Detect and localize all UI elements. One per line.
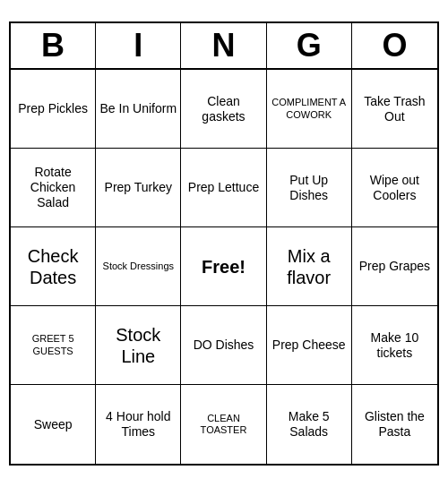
- bingo-cell-23[interactable]: Make 5 Salads: [267, 385, 352, 464]
- bingo-letter-b: B: [11, 23, 96, 68]
- bingo-cell-19[interactable]: Make 10 tickets: [352, 306, 437, 385]
- bingo-cell-14[interactable]: Prep Grapes: [352, 227, 437, 306]
- bingo-cell-6[interactable]: Prep Turkey: [96, 149, 181, 227]
- bingo-cell-3[interactable]: COMPLIMENT A COWORK: [267, 70, 352, 149]
- bingo-cell-17[interactable]: DO Dishes: [181, 306, 266, 385]
- bingo-cell-13[interactable]: Mix a flavor: [267, 227, 352, 306]
- bingo-letter-n: N: [181, 23, 266, 68]
- bingo-cell-2[interactable]: Clean gaskets: [181, 70, 266, 149]
- bingo-letter-g: G: [267, 23, 352, 68]
- bingo-cell-24[interactable]: Glisten the Pasta: [352, 385, 437, 464]
- bingo-cell-1[interactable]: Be In Uniform: [96, 70, 181, 149]
- bingo-cell-22[interactable]: CLEAN TOASTER: [181, 385, 266, 464]
- bingo-grid: Prep PicklesBe In UniformClean gasketsCO…: [11, 70, 437, 464]
- bingo-cell-0[interactable]: Prep Pickles: [11, 70, 96, 149]
- bingo-cell-8[interactable]: Put Up Dishes: [267, 149, 352, 227]
- bingo-cell-15[interactable]: GREET 5 GUESTS: [11, 306, 96, 385]
- bingo-card: BINGO Prep PicklesBe In UniformClean gas…: [9, 21, 439, 466]
- bingo-header: BINGO: [11, 23, 437, 70]
- bingo-cell-7[interactable]: Prep Lettuce: [181, 149, 266, 227]
- bingo-cell-12[interactable]: Free!: [181, 227, 266, 306]
- bingo-letter-o: O: [352, 23, 437, 68]
- bingo-cell-5[interactable]: Rotate Chicken Salad: [11, 149, 96, 227]
- bingo-cell-18[interactable]: Prep Cheese: [267, 306, 352, 385]
- bingo-cell-16[interactable]: Stock Line: [96, 306, 181, 385]
- bingo-cell-4[interactable]: Take Trash Out: [352, 70, 437, 149]
- bingo-cell-9[interactable]: Wipe out Coolers: [352, 149, 437, 227]
- bingo-letter-i: I: [96, 23, 181, 68]
- bingo-cell-20[interactable]: Sweep: [11, 385, 96, 464]
- bingo-cell-21[interactable]: 4 Hour hold Times: [96, 385, 181, 464]
- bingo-cell-11[interactable]: Stock Dressings: [96, 227, 181, 306]
- bingo-cell-10[interactable]: Check Dates: [11, 227, 96, 306]
